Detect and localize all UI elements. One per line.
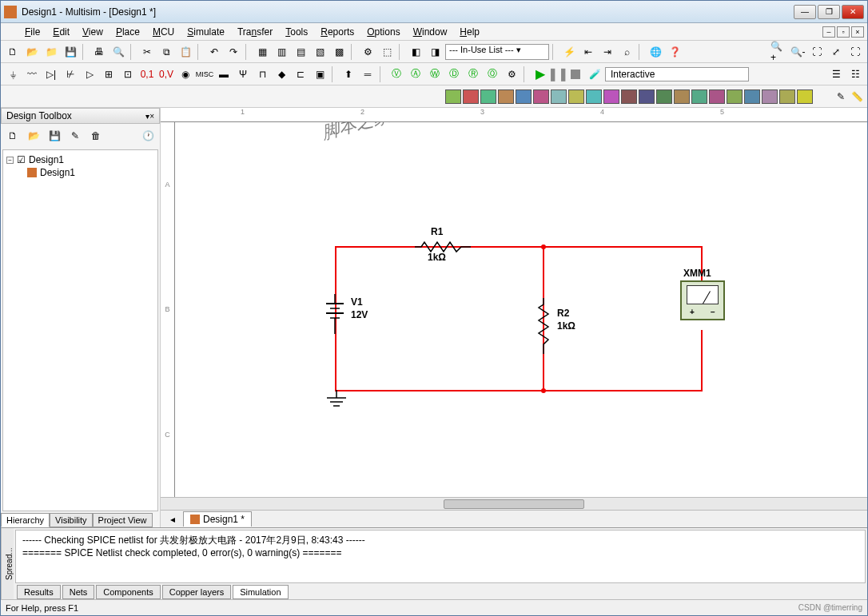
- 4ch-scope-icon[interactable]: [516, 89, 532, 104]
- resistor-r1-symbol[interactable]: [415, 240, 471, 253]
- nav-fwd-icon[interactable]: ⇥: [599, 43, 616, 61]
- place-cmos-icon[interactable]: ⊡: [119, 66, 137, 83]
- schematic-canvas[interactable]: 脚本之家 www.jb51.net V1: [175, 122, 867, 497]
- probe-v-icon[interactable]: Ⓥ: [388, 66, 405, 83]
- zoom-area-icon[interactable]: ⛶: [808, 43, 826, 61]
- place-connector-icon[interactable]: ⊏: [292, 66, 309, 83]
- nav-back-icon[interactable]: ⇤: [579, 43, 597, 61]
- probe-digital-icon[interactable]: Ⓞ: [484, 66, 501, 83]
- place-rf-icon[interactable]: Ψ: [234, 66, 252, 83]
- tab-nets[interactable]: Nets: [62, 585, 95, 599]
- open-schematic-icon[interactable]: 📂: [25, 127, 42, 145]
- place-ni-icon[interactable]: ◆: [273, 66, 290, 83]
- tree-child-item[interactable]: Design1: [6, 166, 154, 179]
- place-mixed-icon[interactable]: 0,V: [157, 66, 175, 83]
- place-transistor-icon[interactable]: ⊬: [62, 66, 79, 83]
- logic-converter-icon[interactable]: [603, 89, 619, 104]
- hierarchy-up-icon[interactable]: ⬆: [340, 66, 357, 83]
- battery-symbol[interactable]: [323, 294, 347, 334]
- word-gen-icon[interactable]: [568, 89, 584, 104]
- tab-simulation[interactable]: Simulation: [233, 585, 288, 599]
- tek-scope-icon[interactable]: [744, 89, 760, 104]
- analysis-dropdown[interactable]: Interactive: [605, 67, 749, 81]
- multimeter-icon[interactable]: [445, 89, 461, 104]
- menu-simulate[interactable]: Simulate: [181, 25, 231, 39]
- r2-ref[interactable]: R2: [557, 308, 569, 319]
- cut-icon[interactable]: ✂: [138, 43, 156, 61]
- zoom-in-icon[interactable]: 🔍+: [770, 43, 787, 61]
- mdi-restore-button[interactable]: ▫: [837, 26, 850, 38]
- elvis-icon[interactable]: ◨: [426, 43, 444, 61]
- place-analog-icon[interactable]: ▷: [81, 66, 98, 83]
- spreadsheet-label[interactable]: Spread...: [1, 528, 14, 599]
- redo-icon[interactable]: ↷: [225, 43, 242, 61]
- place-bus-icon[interactable]: ═: [359, 66, 376, 83]
- wire[interactable]: [543, 246, 703, 248]
- run-button[interactable]: ▶: [532, 66, 549, 83]
- fullscreen-icon[interactable]: ⛶: [846, 43, 864, 61]
- menu-mcu[interactable]: MCU: [146, 25, 181, 39]
- multimeter-instrument[interactable]: +−: [680, 280, 725, 320]
- save-schematic-icon[interactable]: 💾: [46, 127, 63, 145]
- place-electromech-icon[interactable]: ⊓: [253, 66, 271, 83]
- pause-button[interactable]: ❚❚: [549, 66, 567, 83]
- wire[interactable]: [701, 330, 703, 391]
- r1-ref[interactable]: R1: [431, 226, 443, 237]
- menu-options[interactable]: Options: [360, 25, 406, 39]
- save-icon[interactable]: 💾: [62, 43, 79, 61]
- agilent-scope-icon[interactable]: [727, 89, 743, 104]
- menu-transfer[interactable]: Transfer: [231, 25, 279, 39]
- menu-window[interactable]: Window: [407, 25, 454, 39]
- network-analyzer-icon[interactable]: [674, 89, 690, 104]
- probe-settings-icon[interactable]: ⚙: [503, 66, 520, 83]
- probe-i-icon[interactable]: Ⓐ: [407, 66, 424, 83]
- expand-icon[interactable]: −: [6, 157, 14, 164]
- parent-sheet-icon[interactable]: ⬚: [378, 43, 396, 61]
- toggle-design-toolbox-icon[interactable]: ☰: [827, 66, 845, 83]
- grapher-icon[interactable]: ▩: [330, 43, 348, 61]
- analysis-icon[interactable]: 🧪: [586, 66, 603, 83]
- oscilloscope-icon[interactable]: [498, 89, 514, 104]
- menu-tools[interactable]: Tools: [279, 25, 314, 39]
- in-use-list-dropdown[interactable]: --- In-Use List --- ▾: [445, 44, 549, 60]
- help-icon[interactable]: ❓: [666, 43, 683, 61]
- undo-icon[interactable]: ↶: [205, 43, 223, 61]
- rename-icon[interactable]: ✎: [66, 127, 84, 145]
- print-icon[interactable]: 🖶: [90, 43, 108, 61]
- probe-ref-icon[interactable]: Ⓡ: [464, 66, 482, 83]
- place-misc-digital-icon[interactable]: 0,1: [138, 66, 156, 83]
- scroll-tabs-left-icon[interactable]: ◂: [164, 511, 181, 528]
- distortion-icon[interactable]: [639, 89, 655, 104]
- probe-tool-icon[interactable]: ✎: [834, 88, 848, 105]
- find-icon[interactable]: ⌕: [618, 43, 635, 61]
- tree-root-item[interactable]: − ☑ Design1: [6, 153, 154, 166]
- print-preview-icon[interactable]: 🔍: [109, 43, 127, 61]
- place-ttl-icon[interactable]: ⊞: [100, 66, 117, 83]
- measurement-icon[interactable]: 📏: [850, 88, 864, 105]
- canvas-tab-design1[interactable]: Design1 *: [183, 511, 252, 527]
- menu-file[interactable]: FFileile: [18, 25, 46, 39]
- agilent-fgen-icon[interactable]: [691, 89, 707, 104]
- checkbox-icon[interactable]: ☑: [17, 154, 26, 165]
- menu-help[interactable]: Help: [453, 25, 486, 39]
- refresh-icon[interactable]: 🕐: [139, 127, 157, 145]
- place-diode-icon[interactable]: ▷|: [42, 66, 60, 83]
- place-misc-icon[interactable]: ▬: [215, 66, 233, 83]
- bode-plotter-icon[interactable]: [533, 89, 549, 104]
- spectrum-icon[interactable]: [656, 89, 672, 104]
- toggle-grid-icon[interactable]: ▦: [253, 43, 271, 61]
- place-power-icon[interactable]: MISC: [196, 66, 213, 83]
- place-indicator-icon[interactable]: ◉: [177, 66, 194, 83]
- v1-ref[interactable]: V1: [351, 296, 363, 308]
- open-file-icon[interactable]: 📂: [23, 43, 41, 61]
- probe-diff-icon[interactable]: Ⓓ: [445, 66, 463, 83]
- minimize-button[interactable]: —: [794, 5, 816, 19]
- postproc-icon[interactable]: ⚙: [359, 43, 376, 61]
- panel-close-icon[interactable]: ×: [149, 112, 154, 121]
- zoom-out-icon[interactable]: 🔍-: [789, 43, 806, 61]
- function-gen-icon[interactable]: [463, 89, 479, 104]
- zoom-fit-icon[interactable]: ⤢: [827, 43, 845, 61]
- tab-results[interactable]: Results: [17, 585, 61, 599]
- electrical-rules-icon[interactable]: ⚡: [560, 43, 578, 61]
- xmm1-ref[interactable]: XMM1: [683, 268, 711, 279]
